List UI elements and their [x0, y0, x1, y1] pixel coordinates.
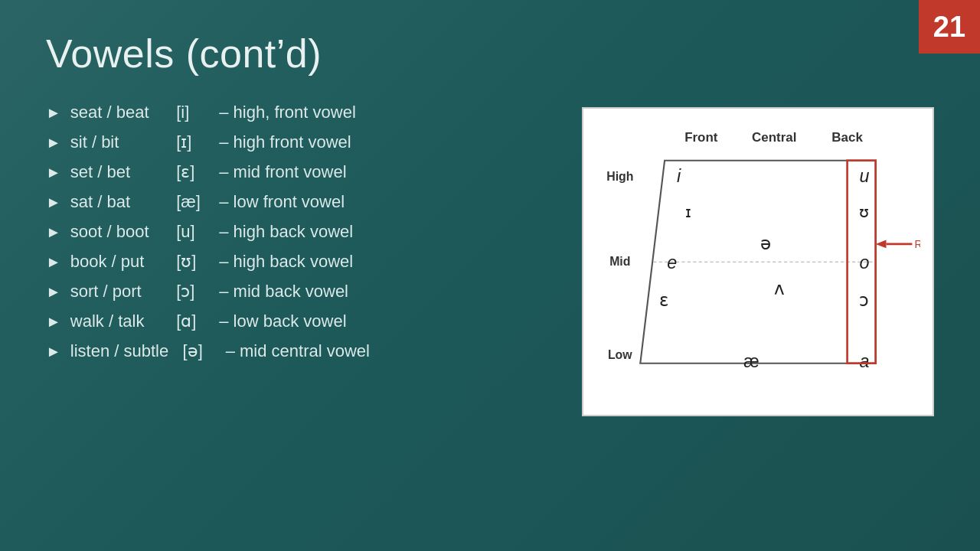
phoneme-0: [i] [176, 99, 214, 125]
svg-text:High: High [606, 170, 633, 183]
bullet-arrow-8: ► [46, 340, 61, 363]
bullet-arrow-3: ► [46, 191, 61, 214]
desc-0: – high, front vowel [219, 103, 356, 122]
bullet-item: ► walk / talk [ɑ] – low back vowel [46, 308, 551, 334]
bullet-item: ► book / put [ʊ] – high back vowel [46, 249, 551, 274]
word-5: book / put [70, 249, 162, 274]
bullet-item: ► seat / beat [i] – high, front vowel [46, 99, 551, 125]
bullet-list: ► seat / beat [i] – high, front vowel ► … [46, 99, 551, 416]
desc-5: – high back vowel [219, 252, 353, 271]
bullet-item: ► listen / subtle [ə] – mid central vowe… [46, 338, 551, 364]
phoneme-2: [ɛ] [176, 159, 214, 184]
bullet-text-2: set / bet [ɛ] – mid front vowel [70, 159, 347, 184]
svg-text:æ: æ [743, 351, 760, 371]
bullet-arrow-4: ► [46, 220, 61, 243]
bullet-arrow-7: ► [46, 310, 61, 333]
bullet-text-1: sit / bit [ɪ] – high front vowel [70, 129, 351, 155]
slide: 21 Vowels (cont’d) ► seat / beat [i] – h… [0, 0, 980, 551]
bullet-arrow-5: ► [46, 250, 61, 273]
bullet-arrow-0: ► [46, 101, 61, 124]
vowel-diagram: Front Central Back High Mid Low i [582, 107, 934, 416]
word-3: sat / bat [70, 189, 162, 214]
svg-text:e: e [667, 253, 677, 272]
word-4: soot / boot [70, 219, 162, 244]
desc-6: – mid back vowel [219, 282, 348, 301]
bullet-text-6: sort / port [ɔ] – mid back vowel [70, 279, 348, 304]
svg-text:ɪ: ɪ [685, 203, 691, 220]
bullet-arrow-6: ► [46, 280, 61, 303]
desc-4: – high back vowel [219, 222, 353, 241]
svg-text:o: o [859, 253, 869, 272]
svg-text:Mid: Mid [609, 255, 630, 268]
bullet-item: ► sit / bit [ɪ] – high front vowel [46, 129, 551, 155]
phoneme-3: [æ] [176, 189, 214, 214]
svg-text:ɛ: ɛ [659, 290, 668, 310]
word-8: listen / subtle [70, 338, 168, 364]
svg-text:Rounded: Rounded [915, 239, 920, 250]
svg-text:ʌ: ʌ [774, 279, 785, 298]
bullet-text-8: listen / subtle [ə] – mid central vowel [70, 338, 370, 364]
svg-text:Central: Central [752, 130, 796, 145]
desc-1: – high front vowel [219, 132, 351, 152]
phoneme-8: [ə] [183, 338, 221, 364]
svg-text:i: i [677, 166, 681, 186]
svg-text:Low: Low [608, 348, 632, 361]
svg-text:Back: Back [831, 130, 863, 145]
bullet-item: ► sat / bat [æ] – low front vowel [46, 189, 551, 214]
phoneme-4: [u] [176, 219, 214, 244]
bullet-item: ► soot / boot [u] – high back vowel [46, 219, 551, 244]
desc-2: – mid front vowel [219, 162, 346, 181]
bullet-text-0: seat / beat [i] – high, front vowel [70, 99, 356, 125]
bullet-arrow-2: ► [46, 161, 61, 184]
desc-8: – mid central vowel [226, 341, 370, 360]
word-6: sort / port [70, 279, 162, 304]
word-2: set / bet [70, 159, 162, 184]
desc-7: – low back vowel [219, 311, 346, 331]
svg-text:Front: Front [684, 130, 718, 145]
slide-number: 21 [919, 0, 980, 54]
phoneme-1: [ɪ] [176, 129, 214, 155]
svg-text:ʊ: ʊ [859, 203, 869, 220]
desc-3: – low front vowel [219, 192, 345, 211]
bullet-text-7: walk / talk [ɑ] – low back vowel [70, 308, 347, 334]
svg-text:a: a [859, 351, 869, 371]
word-1: sit / bit [70, 129, 162, 155]
bullet-text-3: sat / bat [æ] – low front vowel [70, 189, 345, 214]
bullet-text-5: book / put [ʊ] – high back vowel [70, 249, 353, 274]
phoneme-6: [ɔ] [176, 279, 214, 304]
slide-title: Vowels (cont’d) [46, 31, 934, 77]
bullet-item: ► sort / port [ɔ] – mid back vowel [46, 279, 551, 304]
svg-text:ɔ: ɔ [859, 290, 869, 310]
phoneme-7: [ɑ] [176, 308, 214, 334]
bullet-text-4: soot / boot [u] – high back vowel [70, 219, 353, 244]
phoneme-5: [ʊ] [176, 249, 214, 274]
svg-text:u: u [859, 166, 869, 186]
word-7: walk / talk [70, 308, 162, 334]
bullet-item: ► set / bet [ɛ] – mid front vowel [46, 159, 551, 184]
svg-text:ə: ə [760, 233, 771, 253]
bullet-arrow-1: ► [46, 131, 61, 154]
content-area: ► seat / beat [i] – high, front vowel ► … [46, 99, 934, 416]
word-0: seat / beat [70, 99, 162, 125]
